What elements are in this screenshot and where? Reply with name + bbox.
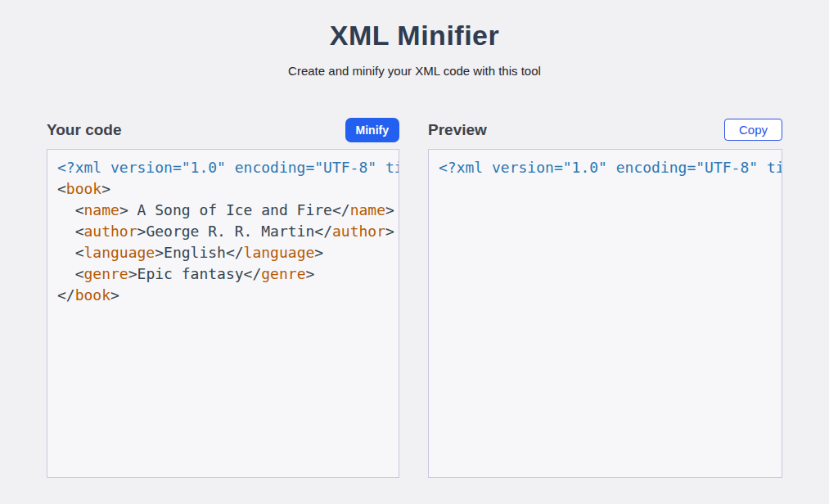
page-subtitle: Create and minify your XML code with thi…	[0, 64, 829, 78]
minify-button[interactable]: Minify	[345, 118, 399, 142]
code-line: <genre>Epic fantasy</genre>	[57, 263, 399, 285]
code-editor[interactable]: <?xml version="1.0" encoding="UTF-8" ti<…	[47, 149, 399, 478]
code-line: <language>English</language>	[57, 242, 399, 263]
code-line: <author>George R. R. Martin</author>	[57, 221, 399, 242]
code-line: <name> A Song of Ice and Fire</name>	[57, 200, 399, 221]
page-header: XML Minifier Create and minify your XML …	[0, 0, 829, 78]
code-line: <?xml version="1.0" encoding="UTF-8" ti	[57, 157, 399, 178]
page-title: XML Minifier	[0, 20, 829, 52]
preview-area: <?xml version="1.0" encoding="UTF-8" ti	[428, 149, 782, 478]
code-line: <?xml version="1.0" encoding="UTF-8" ti	[439, 157, 782, 178]
preview-panel-header: Preview Copy	[428, 116, 782, 143]
copy-button[interactable]: Copy	[724, 119, 782, 141]
editor-panel-header: Your code Minify	[47, 116, 399, 143]
preview-heading: Preview	[428, 121, 487, 139]
your-code-heading: Your code	[47, 121, 122, 139]
preview-section: Preview Copy <?xml version="1.0" encodin…	[428, 116, 782, 478]
main-content: Your code Minify <?xml version="1.0" enc…	[47, 116, 782, 478]
code-line: <book>	[57, 178, 399, 200]
editor-section: Your code Minify <?xml version="1.0" enc…	[47, 116, 399, 478]
code-line: </book>	[57, 285, 399, 306]
